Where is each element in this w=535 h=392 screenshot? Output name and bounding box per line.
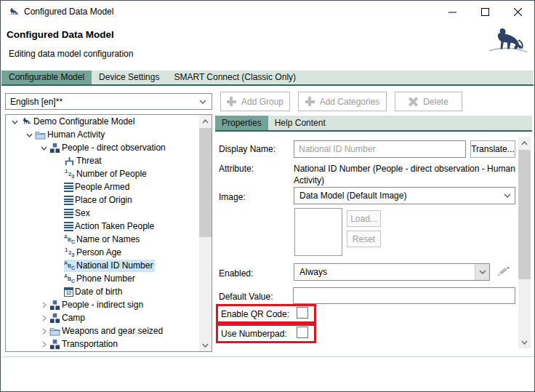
tree-item[interactable]: ABCNational ID Number [6, 259, 212, 272]
category-icon [49, 143, 60, 153]
chevron-down-icon[interactable] [23, 131, 35, 139]
enabled-label: Enabled: [219, 268, 253, 279]
tree-item[interactable]: People - indirect sign [6, 298, 212, 311]
tree-item[interactable]: People - direct observation [6, 141, 212, 154]
scroll-down-icon[interactable] [518, 336, 531, 348]
add-group-button[interactable]: Add Group [220, 92, 290, 111]
chevron-right-icon[interactable] [38, 340, 49, 348]
page-title: Configured Data Model [7, 29, 114, 40]
tree-item[interactable]: Demo Configurable Model [6, 115, 212, 128]
tab-smart-connect[interactable]: SMART Connect (Classic Only) [166, 71, 303, 84]
tree-item[interactable]: 123Person Age [6, 246, 212, 259]
tree-item[interactable]: 12Date of birth [6, 285, 212, 298]
load-button[interactable]: Load... [347, 210, 381, 227]
display-name-input[interactable] [294, 140, 466, 158]
properties-tabs: Properties Help Content [215, 116, 532, 132]
list-icon [64, 183, 73, 192]
add-categories-button[interactable]: Add Categories [298, 92, 387, 111]
window-title: Configured Data Model [24, 7, 113, 17]
list-icon [64, 196, 73, 205]
display-name-label: Display Name: [219, 144, 275, 154]
annotation-rect-numberpad [216, 324, 316, 343]
image-select[interactable]: Data Model (Default Image) [294, 187, 515, 204]
smart-logo-icon [488, 24, 528, 57]
tab-configurable-model[interactable]: Configurable Model [1, 71, 92, 84]
text-icon: ABC [64, 260, 75, 271]
tree-item[interactable]: Threat [6, 154, 212, 167]
tree-item[interactable]: ABCName or Names [6, 233, 212, 246]
scroll-down-icon[interactable] [199, 339, 212, 351]
scrollbar-thumb[interactable] [199, 128, 212, 237]
tree-item[interactable]: ABCPhone Number [6, 272, 212, 285]
translate-button[interactable]: Translate... [470, 140, 515, 158]
tree-item[interactable]: Place of Origin [6, 193, 212, 207]
image-value: Data Model (Default Image) [299, 191, 500, 201]
category-icon [49, 339, 60, 350]
maximize-button[interactable] [469, 1, 502, 23]
numeric-icon: 123 [64, 169, 75, 179]
attribute-label: Attribute: [219, 164, 254, 174]
minimize-icon [448, 8, 456, 16]
tree-scrollbar[interactable] [199, 115, 212, 351]
delete-button[interactable]: Delete [395, 92, 462, 111]
chevron-down-icon[interactable] [9, 118, 20, 126]
close-icon [514, 8, 522, 16]
chevron-right-icon[interactable] [38, 327, 49, 335]
tree-item[interactable]: People Armed [6, 180, 212, 193]
chevron-down-icon [198, 99, 207, 105]
properties-scrollbar[interactable] [518, 137, 531, 348]
tree-item[interactable]: Transportation [6, 337, 212, 351]
date-icon: 12 [64, 287, 73, 297]
tree-item[interactable]: 123Number of People [6, 167, 212, 180]
default-value-label: Default Value: [219, 292, 273, 302]
chevron-down-icon [478, 269, 487, 275]
main-tabs: Configurable Model Device Settings SMART… [1, 71, 534, 86]
tree-item[interactable]: Sex [6, 207, 212, 220]
list-icon [64, 209, 73, 218]
plus-icon [305, 97, 315, 106]
tree-icon [64, 156, 75, 167]
chevron-down-icon[interactable] [38, 144, 49, 152]
enabled-select[interactable]: Always [294, 263, 490, 281]
default-value-input[interactable] [293, 287, 515, 304]
dialog-configured-data-model: Configured Data Model Configured Data Mo… [0, 0, 535, 392]
attribute-value: National ID Number (People - direct obse… [294, 163, 520, 186]
tree-item[interactable]: Weapons and gear seized [6, 324, 212, 337]
language-value: English [en]** [10, 97, 198, 107]
tree-item[interactable]: Human Activity [6, 128, 212, 141]
delete-x-icon [409, 97, 418, 106]
category-icon [49, 300, 60, 311]
monkey-icon [20, 117, 32, 126]
tree-item[interactable]: Action Taken People [6, 220, 212, 233]
folder-icon [49, 327, 60, 336]
close-button[interactable] [502, 1, 534, 23]
enabled-value: Always [299, 267, 475, 277]
chevron-right-icon[interactable] [38, 314, 49, 322]
image-label: Image: [219, 192, 246, 202]
footer: Save Close [1, 357, 534, 391]
language-select[interactable]: English [en]** [5, 93, 212, 110]
numeric-icon: 123 [64, 247, 75, 257]
tab-help-content[interactable]: Help Content [268, 116, 332, 130]
scroll-up-icon[interactable] [518, 137, 531, 149]
minimize-button[interactable] [436, 1, 469, 23]
scroll-up-icon[interactable] [199, 115, 212, 127]
folder-icon [35, 130, 46, 140]
list-icon [64, 222, 73, 231]
chevron-down-icon [503, 193, 512, 199]
text-icon: ABC [64, 273, 75, 284]
app-monkey-icon [7, 7, 20, 17]
pencil-icon[interactable] [496, 264, 512, 280]
reset-button[interactable]: Reset [347, 231, 381, 247]
annotation-rect-qr [216, 304, 316, 324]
dialog-header: Configured Data Model Editing data model… [1, 23, 534, 71]
page-subtitle: Editing data model configuration [9, 49, 133, 59]
tab-properties[interactable]: Properties [215, 116, 268, 130]
tab-device-settings[interactable]: Device Settings [92, 71, 166, 84]
tree-item[interactable]: Camp [6, 311, 212, 324]
image-preview [294, 208, 342, 256]
scrollbar-thumb[interactable] [518, 150, 531, 279]
tree: Demo Configurable ModelHuman ActivityPeo… [5, 114, 212, 352]
chevron-right-icon[interactable] [38, 301, 49, 309]
category-icon [49, 313, 60, 324]
